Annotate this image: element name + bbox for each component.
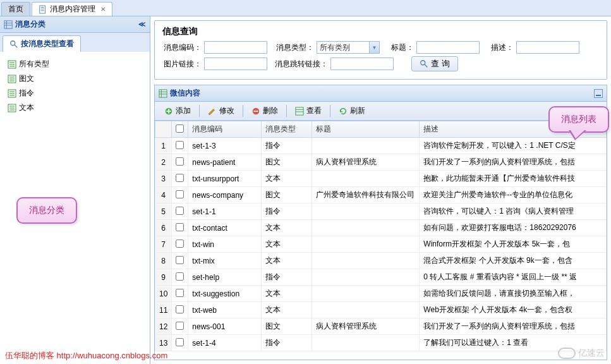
cell-rownum: 2 (155, 154, 172, 171)
select-type[interactable]: 所有类别▼ (317, 41, 380, 54)
cell-title: 病人资料管理系统 (312, 318, 420, 335)
delete-button[interactable]: 删除 (246, 104, 284, 118)
cell-checkbox[interactable] (172, 220, 188, 236)
input-jump[interactable] (330, 58, 394, 70)
cell-type: 文本 (262, 253, 312, 269)
tree-item-news[interactable]: 图文 (5, 71, 145, 86)
minimize-icon[interactable] (594, 89, 603, 98)
cell-title: 病人资料管理系统 (312, 154, 420, 171)
label-img: 图片链接： (162, 59, 202, 70)
row-checkbox[interactable] (176, 240, 184, 248)
grid-icon (159, 89, 167, 98)
checkbox-all[interactable] (176, 124, 184, 133)
cell-title (312, 253, 420, 269)
cell-checkbox[interactable] (172, 253, 188, 269)
cell-checkbox[interactable] (172, 187, 188, 203)
input-img[interactable] (204, 58, 267, 70)
cell-title (312, 286, 420, 302)
cell-title (312, 236, 420, 253)
row-checkbox[interactable] (176, 223, 184, 231)
tab-message-content[interactable]: 消息内容管理 ✕ (32, 2, 112, 16)
cell-code: news-001 (188, 318, 262, 335)
footer-credit: 伍华聪的博客 http://wuhuacong.cnblogs.com (5, 350, 167, 361)
edit-button[interactable]: 修改 (202, 104, 240, 118)
row-checkbox[interactable] (176, 207, 184, 215)
add-button[interactable]: 添加 (159, 104, 197, 118)
find-icon (9, 40, 18, 49)
row-checkbox[interactable] (176, 174, 184, 182)
cell-checkbox[interactable] (172, 286, 188, 302)
tab-home[interactable]: 首页 (1, 2, 30, 16)
cell-type: 文本 (262, 236, 312, 253)
grid-icon (295, 107, 304, 116)
search-icon (420, 59, 428, 68)
cell-rownum: 13 (155, 335, 172, 351)
row-checkbox[interactable] (176, 256, 184, 264)
label-code: 消息编码： (162, 42, 202, 53)
marker-icon (8, 89, 16, 98)
search-button[interactable]: 查 询 (411, 56, 458, 71)
table-row[interactable]: 12 news-001 图文 病人资料管理系统 我们开发了一系列的病人资料管理系… (155, 318, 607, 335)
col-code[interactable]: 消息编码 (188, 121, 262, 138)
row-checkbox[interactable] (176, 157, 184, 166)
cell-code: set-1-3 (188, 138, 262, 154)
refresh-icon (339, 107, 348, 116)
table-row[interactable]: 4 news-company 图文 广州爱奇迪软件科技有限公司 欢迎关注广州爱奇… (155, 187, 607, 203)
row-checkbox[interactable] (176, 289, 184, 297)
table-row[interactable]: 3 txt-unsurpport 文本 抱歉，此功能暂未开通【广州爱奇迪软件科技 (155, 171, 607, 187)
input-desc[interactable] (516, 41, 579, 54)
col-checkbox-header[interactable] (172, 121, 188, 138)
col-type[interactable]: 消息类型 (262, 121, 312, 138)
marker-icon (8, 75, 16, 83)
cell-checkbox[interactable] (172, 318, 188, 335)
grid-header: 微信内容 (155, 85, 607, 102)
cell-checkbox[interactable] (172, 154, 188, 171)
sidebar-tab-by-type[interactable]: 按消息类型查看 (3, 35, 81, 52)
row-checkbox[interactable] (176, 141, 184, 149)
cell-checkbox[interactable] (172, 269, 188, 286)
tree-item-text[interactable]: 文本 (5, 100, 145, 115)
table-row[interactable]: 10 txt-suggestion 文本 如需给我们反馈问题，请直接切换至输入框… (155, 286, 607, 302)
tree-item-all[interactable]: 所有类型 (5, 57, 145, 71)
view-button[interactable]: 查看 (289, 104, 327, 118)
close-icon[interactable]: ✕ (100, 6, 106, 13)
table-row[interactable]: 9 set-help 指令 0 转人工客服 # 重看该内容 * 返回上一级 **… (155, 269, 607, 286)
svg-rect-4 (4, 20, 12, 28)
cell-type: 指令 (262, 269, 312, 286)
watermark: 亿速云 (558, 348, 605, 359)
input-title[interactable] (416, 41, 480, 54)
table-row[interactable]: 2 news-patient 图文 病人资料管理系统 我们开发了一系列的病人资料… (155, 154, 607, 171)
search-panel: 信息查询 消息编码： 消息类型： 所有类别▼ 标题： 描述： 图片链接： 消息跳… (154, 20, 607, 80)
table-row[interactable]: 6 txt-contact 文本 如有问题，欢迎拨打客服电话：186202920… (155, 220, 607, 236)
table-row[interactable]: 1 set-1-3 指令 咨询软件定制开发，可以键入：1 .NET C/S定 (155, 138, 607, 154)
tree-item-command[interactable]: 指令 (5, 86, 145, 100)
table-row[interactable]: 8 txt-mix 文本 混合式开发框架 个人开发版本 9k一套，包含 (155, 253, 607, 269)
toolbar: 添加 修改 删除 查看 刷新 (155, 102, 607, 121)
col-title[interactable]: 标题 (312, 121, 420, 138)
callout-list: 消息列表 (548, 106, 609, 133)
cell-checkbox[interactable] (172, 171, 188, 187)
cell-checkbox[interactable] (172, 335, 188, 351)
cell-desc: 欢迎关注广州爱奇迪软件--专业的单位信息化 (420, 187, 607, 203)
input-code[interactable] (204, 41, 267, 54)
row-checkbox[interactable] (176, 322, 184, 330)
cell-checkbox[interactable] (172, 236, 188, 253)
cell-checkbox[interactable] (172, 138, 188, 154)
table-row[interactable]: 11 txt-web 文本 Web开发框架 个人开发版本 4k一套，包含权 (155, 302, 607, 318)
row-checkbox[interactable] (176, 305, 184, 313)
cell-code: txt-suggestion (188, 286, 262, 302)
collapse-icon[interactable]: ≪ (138, 20, 146, 28)
label-type: 消息类型： (270, 42, 314, 53)
cell-checkbox[interactable] (172, 302, 188, 318)
row-checkbox[interactable] (176, 272, 184, 281)
table-row[interactable]: 7 txt-win 文本 Winform开发框架 个人开发版本 5k一套，包 (155, 236, 607, 253)
svg-point-8 (11, 40, 15, 45)
cell-title (312, 171, 420, 187)
table-row[interactable]: 13 set-1-4 指令 了解我们可以通过键入：1 查看 (155, 335, 607, 351)
refresh-button[interactable]: 刷新 (333, 104, 371, 118)
cell-checkbox[interactable] (172, 203, 188, 220)
row-checkbox[interactable] (176, 190, 184, 198)
row-checkbox[interactable] (176, 338, 184, 346)
grid-body[interactable]: 消息编码 消息类型 标题 描述 1 set-1-3 指令 咨询软件定制开发，可以… (155, 121, 607, 360)
table-row[interactable]: 5 set-1-1 指令 咨询软件，可以键入：1 咨询《病人资料管理 (155, 203, 607, 220)
